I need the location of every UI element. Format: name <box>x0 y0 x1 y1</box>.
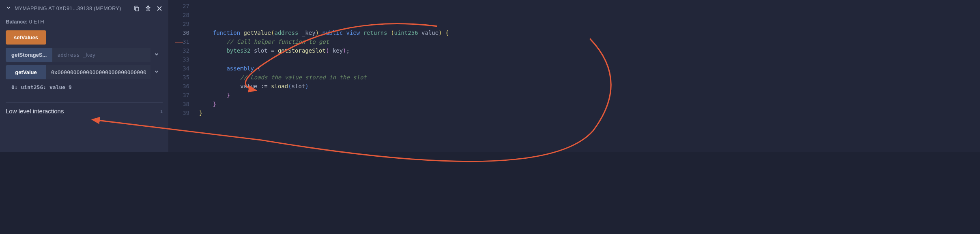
code-line: function getValue(address _key) public v… <box>199 28 980 37</box>
code-line: } <box>199 108 980 117</box>
collapse-toggle[interactable] <box>6 5 11 12</box>
code-line <box>199 11 980 19</box>
divider <box>6 102 163 103</box>
code-line: value := sload(slot) <box>199 82 980 91</box>
code-line: } <box>199 100 980 108</box>
line-number: 37 <box>168 91 189 100</box>
getvalue-row: getValue <box>6 65 163 79</box>
line-number: 31 <box>168 37 189 46</box>
contract-panel: MYMAPPING AT 0XD91...39138 (MEMORY) Bala… <box>0 0 168 152</box>
line-number: 32 <box>168 46 189 55</box>
svg-rect-2 <box>148 7 148 11</box>
getstorageslot-input[interactable] <box>52 48 150 62</box>
close-icon[interactable] <box>156 5 163 12</box>
code-line <box>199 2 980 11</box>
line-gutter: 27 28 29 30 31 32 33 34 35 36 37 38 39 <box>168 0 197 152</box>
output-value: 0: uint256: value 9 <box>6 83 163 92</box>
code-line: } <box>199 91 980 100</box>
code-line <box>199 19 980 28</box>
setvalues-row: setValues <box>6 30 163 45</box>
expand-getstorageslot[interactable] <box>150 49 163 61</box>
line-number: 34 <box>168 64 189 73</box>
low-level-badge: 1 <box>160 109 163 114</box>
line-number: 29 <box>168 19 189 28</box>
code-area[interactable]: function getValue(address _key) public v… <box>197 0 980 152</box>
line-number: 27 <box>168 2 189 11</box>
header-actions <box>133 5 163 12</box>
setvalues-button[interactable]: setValues <box>6 30 46 45</box>
getstorageslot-button[interactable]: getStorageS... <box>6 48 52 62</box>
code-editor[interactable]: 27 28 29 30 31 32 33 34 35 36 37 38 39 f… <box>168 0 980 152</box>
line-number: 28 <box>168 11 189 19</box>
low-level-header[interactable]: Low level interactions 1 <box>6 108 163 115</box>
balance-value: 0 ETH <box>29 19 44 25</box>
balance-label: Balance: <box>6 19 28 25</box>
line-number: 30 <box>168 28 189 37</box>
code-line: // Loads the value stored in the slot <box>199 73 980 82</box>
panel-title: MYMAPPING AT 0XD91...39138 (MEMORY) <box>15 6 130 11</box>
panel-header: MYMAPPING AT 0XD91...39138 (MEMORY) <box>6 5 163 12</box>
line-number: 38 <box>168 100 189 108</box>
balance-row: Balance: 0 ETH <box>6 19 163 25</box>
line-number: 39 <box>168 108 189 117</box>
line-number: 36 <box>168 82 189 91</box>
code-line: bytes32 slot = getStorageSlot(_key); <box>199 46 980 55</box>
line-number: 35 <box>168 73 189 82</box>
copy-icon[interactable] <box>133 5 140 12</box>
code-line: // Call helper function to get <box>199 37 980 46</box>
code-line <box>199 55 980 64</box>
svg-rect-0 <box>135 7 139 11</box>
expand-getvalue[interactable] <box>150 66 163 78</box>
code-line: assembly { <box>199 64 980 73</box>
pin-icon[interactable] <box>145 5 151 12</box>
line-number: 33 <box>168 55 189 64</box>
getvalue-input[interactable] <box>46 65 150 79</box>
getstorageslot-row: getStorageS... <box>6 48 163 62</box>
getvalue-button[interactable]: getValue <box>6 65 46 79</box>
low-level-label: Low level interactions <box>6 108 64 115</box>
